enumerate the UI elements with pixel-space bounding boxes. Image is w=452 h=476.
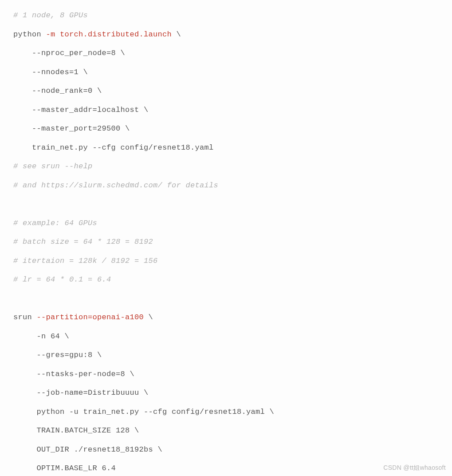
code-line: srun --partition=openai-a100 \ bbox=[13, 308, 448, 327]
code-comment: # lr = 64 * 0.1 = 6.4 bbox=[13, 275, 111, 284]
code-line: --job-name=Distribuuuu \ bbox=[13, 384, 448, 403]
code-line: # itertaion = 128k / 8192 = 156 bbox=[13, 252, 448, 271]
code-text: --gres=gpu:8 \ bbox=[13, 351, 102, 359]
code-text: OPTIM.BASE_LR 6.4 bbox=[13, 464, 116, 472]
code-line: --nproc_per_node=8 \ bbox=[13, 44, 448, 63]
code-text: python -u train_net.py --cfg config/resn… bbox=[13, 408, 274, 416]
code-line: --master_addr=localhost \ bbox=[13, 101, 448, 120]
code-text: TRAIN.BATCH_SIZE 128 \ bbox=[13, 426, 139, 435]
code-line: --node_rank=0 \ bbox=[13, 82, 448, 101]
code-line: python -m torch.distributed.launch \ bbox=[13, 25, 448, 44]
code-text: --nproc_per_node=8 \ bbox=[13, 49, 125, 57]
watermark: CSDN @tt姐whaosoft bbox=[383, 464, 446, 472]
code-comment: # example: 64 GPUs bbox=[13, 219, 97, 227]
code-argument: --partition=openai-a100 bbox=[37, 313, 144, 321]
code-text: --job-name=Distribuuuu \ bbox=[13, 389, 149, 397]
code-text: --nnodes=1 \ bbox=[13, 68, 88, 76]
code-line: --ntasks-per-node=8 \ bbox=[13, 365, 448, 384]
code-line: TRAIN.BATCH_SIZE 128 \ bbox=[13, 421, 448, 440]
code-comment: # see srun --help bbox=[13, 162, 93, 171]
watermark-text: CSDN @tt姐whaosoft bbox=[383, 464, 446, 471]
code-text: \ bbox=[144, 313, 153, 321]
code-text: -n 64 \ bbox=[13, 332, 69, 341]
code-line: python -u train_net.py --cfg config/resn… bbox=[13, 403, 448, 422]
code-line: OPTIM.BASE_LR 6.4 bbox=[13, 459, 448, 476]
code-line: OUT_DIR ./resnet18_8192bs \ bbox=[13, 440, 448, 460]
code-line: # batch size = 64 * 128 = 8192 bbox=[13, 233, 448, 252]
code-line: --nnodes=1 \ bbox=[13, 63, 448, 82]
code-line: # example: 64 GPUs bbox=[13, 214, 448, 233]
code-text: --ntasks-per-node=8 \ bbox=[13, 370, 134, 378]
code-text: python bbox=[13, 30, 46, 39]
code-line: # see srun --help bbox=[13, 157, 448, 176]
code-line: # 1 node, 8 GPUs bbox=[13, 6, 448, 25]
code-line: --gres=gpu:8 \ bbox=[13, 346, 448, 365]
code-line: -n 64 \ bbox=[13, 327, 448, 346]
code-comment: # 1 node, 8 GPUs bbox=[13, 11, 88, 20]
code-block: # 1 node, 8 GPUspython -m torch.distribu… bbox=[0, 0, 452, 476]
code-line: train_net.py --cfg config/resnet18.yaml bbox=[13, 139, 448, 158]
code-text: --master_port=29500 \ bbox=[13, 124, 130, 133]
code-text: srun bbox=[13, 313, 37, 321]
code-line bbox=[13, 290, 448, 309]
code-text: \ bbox=[172, 30, 181, 39]
code-text: OUT_DIR ./resnet18_8192bs \ bbox=[13, 445, 162, 454]
code-line: --master_port=29500 \ bbox=[13, 119, 448, 139]
code-comment: # and https://slurm.schedmd.com/ for det… bbox=[13, 181, 218, 190]
code-line: # lr = 64 * 0.1 = 6.4 bbox=[13, 270, 448, 290]
code-comment: # itertaion = 128k / 8192 = 156 bbox=[13, 257, 158, 265]
code-line: # and https://slurm.schedmd.com/ for det… bbox=[13, 176, 448, 195]
code-text: --node_rank=0 \ bbox=[13, 87, 102, 95]
code-comment: # batch size = 64 * 128 = 8192 bbox=[13, 238, 153, 246]
code-argument: -m torch.distributed.launch bbox=[46, 30, 172, 39]
code-line bbox=[13, 195, 448, 214]
code-text: --master_addr=localhost \ bbox=[13, 106, 149, 114]
code-text: train_net.py --cfg config/resnet18.yaml bbox=[13, 143, 214, 152]
